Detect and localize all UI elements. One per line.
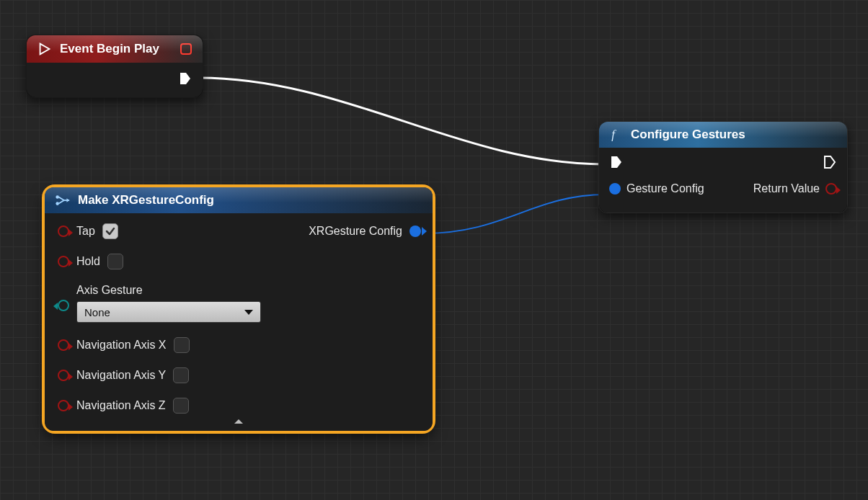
input-label: Navigation Axis X — [76, 339, 167, 352]
nav-z-input-pin[interactable] — [58, 400, 69, 411]
node-make-xrgestureconfig[interactable]: Make XRGestureConfig XRGesture Config Ta… — [45, 187, 433, 431]
node-title: Event Begin Play — [60, 42, 159, 56]
node-title: Configure Gestures — [631, 128, 745, 142]
node-body: Gesture Config Return Value — [599, 148, 847, 213]
input-label: Hold — [76, 255, 100, 268]
tap-checkbox[interactable] — [102, 223, 118, 239]
event-icon — [37, 41, 53, 57]
hold-checkbox[interactable] — [107, 254, 123, 269]
axis-gesture-input-pin[interactable] — [58, 300, 69, 311]
expand-node-icon[interactable] — [233, 415, 244, 428]
node-configure-gestures[interactable]: f Configure Gestures Gesture Config Retu… — [598, 121, 848, 213]
nav-y-checkbox[interactable] — [173, 367, 189, 383]
node-header[interactable]: f Configure Gestures — [599, 122, 847, 148]
output-pin-row: XRGesture Config — [309, 225, 421, 238]
nav-y-input-pin[interactable] — [58, 370, 69, 381]
node-flag-icon — [180, 43, 192, 55]
xrgestureconfig-output-pin[interactable] — [409, 226, 421, 237]
exec-output-pin[interactable] — [178, 71, 192, 86]
input-row-axis-gesture: Axis Gesture None — [58, 284, 420, 323]
input-label: Axis Gesture — [76, 284, 261, 297]
node-title: Make XRGestureConfig — [78, 193, 214, 207]
make-struct-icon — [55, 194, 71, 207]
node-event-begin-play[interactable]: Event Begin Play — [26, 35, 203, 98]
svg-text:f: f — [611, 128, 616, 141]
node-body — [27, 63, 203, 97]
chevron-down-icon — [244, 310, 253, 315]
function-icon: f — [609, 128, 624, 142]
input-row-nav-y: Navigation Axis Y — [58, 367, 420, 383]
nav-x-input-pin[interactable] — [58, 339, 69, 351]
node-header[interactable]: Make XRGestureConfig — [45, 187, 433, 213]
input-row-hold: Hold — [58, 254, 420, 269]
nav-z-checkbox[interactable] — [173, 398, 189, 414]
node-body: XRGesture Config Tap Hold Axis Gesture — [45, 213, 433, 431]
exec-output-pin[interactable] — [823, 155, 837, 169]
hold-input-pin[interactable] — [58, 256, 69, 267]
gesture-config-input-pin[interactable] — [609, 183, 621, 195]
nav-x-checkbox[interactable] — [174, 337, 190, 353]
pin-label: Return Value — [753, 182, 820, 195]
input-label: Navigation Axis Z — [76, 399, 166, 412]
dropdown-value: None — [84, 306, 110, 318]
input-row-nav-x: Navigation Axis X — [58, 337, 420, 353]
axis-gesture-dropdown[interactable]: None — [76, 301, 261, 323]
pin-label: Gesture Config — [626, 182, 704, 195]
tap-input-pin[interactable] — [58, 226, 69, 237]
svg-rect-0 — [181, 44, 191, 54]
svg-point-3 — [56, 202, 59, 205]
svg-point-2 — [56, 195, 59, 199]
node-header[interactable]: Event Begin Play — [27, 35, 203, 63]
pin-label: XRGesture Config — [309, 225, 402, 238]
input-label: Navigation Axis Y — [76, 369, 166, 382]
input-label: Tap — [76, 225, 95, 238]
exec-input-pin[interactable] — [609, 155, 624, 169]
input-row-nav-z: Navigation Axis Z — [58, 398, 420, 414]
return-value-output-pin[interactable] — [825, 183, 837, 195]
